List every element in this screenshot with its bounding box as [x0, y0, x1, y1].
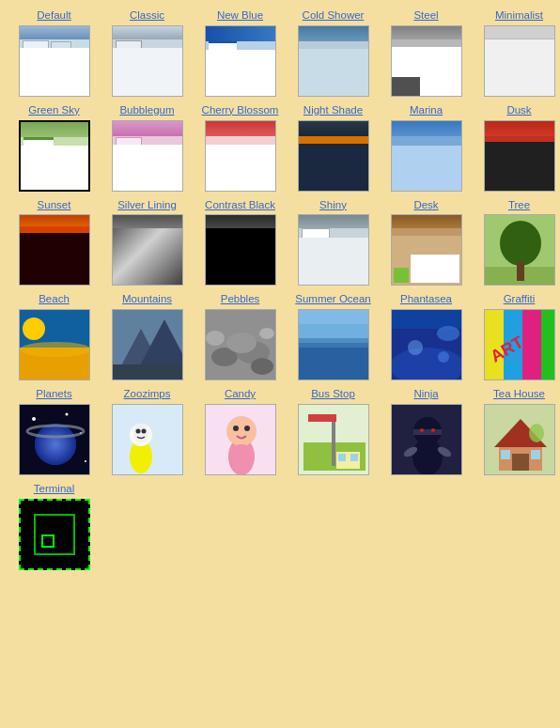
- theme-label-marina: Marina: [410, 104, 443, 117]
- theme-item-default[interactable]: Default: [9, 9, 99, 97]
- svg-point-77: [529, 424, 544, 442]
- theme-preview-night-shade: [298, 120, 369, 192]
- theme-item-classic[interactable]: Classic: [102, 9, 192, 97]
- svg-point-67: [420, 428, 424, 432]
- theme-preview-ninja: [391, 404, 462, 475]
- theme-item-pebbles[interactable]: Pebbles: [195, 293, 285, 380]
- svg-rect-62: [350, 454, 358, 461]
- svg-point-41: [85, 460, 86, 462]
- theme-item-green-sky[interactable]: Green Sky: [9, 104, 99, 192]
- theme-item-summer-ocean[interactable]: Summer Ocean: [288, 293, 378, 380]
- svg-rect-75: [501, 450, 510, 459]
- theme-preview-candy: [205, 404, 276, 475]
- theme-item-cold-shower[interactable]: Cold Shower: [288, 9, 378, 97]
- svg-point-38: [65, 412, 68, 415]
- theme-preview-green-sky: [19, 120, 90, 192]
- svg-point-43: [35, 424, 76, 465]
- theme-preview-bus-stop: [298, 404, 369, 475]
- theme-item-cherry-blossom[interactable]: Cherry Blossom: [195, 104, 285, 192]
- theme-label-silver-lining: Silver Lining: [117, 199, 177, 212]
- theme-item-shiny[interactable]: Shiny: [288, 199, 378, 287]
- theme-item-phantasea[interactable]: Phantasea: [381, 293, 471, 380]
- svg-point-49: [135, 428, 140, 433]
- svg-point-2: [500, 221, 541, 266]
- svg-rect-23: [299, 310, 369, 324]
- theme-preview-phantasea: [391, 309, 462, 380]
- theme-label-beach: Beach: [39, 293, 70, 306]
- theme-label-mountains: Mountains: [122, 293, 172, 306]
- theme-item-night-shade[interactable]: Night Shade: [288, 104, 378, 192]
- theme-preview-planets: [19, 404, 90, 475]
- theme-item-desk[interactable]: Desk: [381, 199, 471, 287]
- theme-label-shiny: Shiny: [319, 199, 347, 212]
- theme-item-zoozimps[interactable]: Zoozimps: [102, 388, 192, 475]
- theme-preview-pebbles: [205, 309, 276, 380]
- theme-item-steel[interactable]: Steel: [381, 9, 471, 97]
- svg-rect-61: [338, 454, 346, 461]
- svg-rect-21: [299, 343, 369, 380]
- theme-label-candy: Candy: [225, 388, 256, 401]
- svg-rect-11: [113, 364, 183, 380]
- svg-rect-3: [517, 262, 524, 281]
- svg-point-28: [438, 351, 449, 363]
- svg-rect-66: [413, 429, 442, 435]
- theme-label-sunset: Sunset: [38, 199, 71, 212]
- theme-label-ninja: Ninja: [413, 388, 438, 401]
- theme-item-candy[interactable]: Candy: [195, 388, 285, 475]
- theme-label-phantasea: Phantasea: [400, 293, 452, 306]
- theme-label-zoozimps: Zoozimps: [124, 388, 171, 401]
- theme-label-bus-stop: Bus Stop: [311, 388, 355, 401]
- theme-label-new-blue: New Blue: [217, 9, 263, 23]
- theme-label-cold-shower: Cold Shower: [303, 9, 365, 23]
- theme-preview-tree: [484, 214, 555, 286]
- theme-preview-marina: [391, 120, 462, 192]
- svg-point-55: [244, 426, 250, 431]
- svg-point-27: [408, 340, 423, 355]
- svg-rect-34: [541, 310, 555, 380]
- theme-item-tea-house[interactable]: Tea House: [474, 388, 560, 475]
- theme-item-planets[interactable]: Planets: [9, 388, 99, 475]
- theme-preview-tea-house: [484, 404, 555, 475]
- theme-label-dusk: Dusk: [506, 104, 531, 117]
- theme-preview-new-blue: [205, 25, 276, 97]
- theme-item-beach[interactable]: Beach: [9, 293, 99, 380]
- theme-label-desk: Desk: [413, 199, 438, 212]
- svg-point-16: [251, 358, 273, 375]
- theme-preview-terminal: [19, 499, 90, 570]
- theme-item-ninja[interactable]: Ninja: [381, 388, 471, 475]
- theme-preview-mountains: [112, 309, 183, 380]
- theme-item-marina[interactable]: Marina: [381, 104, 471, 192]
- theme-label-terminal: Terminal: [34, 483, 74, 496]
- theme-item-bus-stop[interactable]: Bus Stop: [288, 388, 378, 475]
- svg-point-48: [133, 424, 148, 442]
- theme-item-mountains[interactable]: Mountains: [102, 293, 192, 380]
- theme-item-graffiti[interactable]: Graffiti ART: [474, 293, 560, 380]
- theme-item-bubblegum[interactable]: Bubblegum: [102, 104, 192, 192]
- theme-item-dusk[interactable]: Dusk: [474, 104, 560, 192]
- theme-preview-silver-lining: [112, 214, 183, 286]
- theme-item-sunset[interactable]: Sunset: [9, 199, 99, 287]
- theme-preview-steel: [391, 25, 462, 97]
- svg-point-18: [259, 328, 274, 339]
- theme-preview-cold-shower: [298, 25, 369, 97]
- theme-preview-minimalist: [484, 25, 555, 97]
- theme-item-terminal[interactable]: Terminal: [9, 483, 99, 570]
- svg-point-17: [226, 333, 257, 353]
- theme-preview-bubblegum: [112, 120, 183, 192]
- svg-rect-58: [332, 419, 335, 466]
- theme-item-new-blue[interactable]: New Blue: [195, 9, 285, 97]
- svg-rect-74: [512, 454, 529, 471]
- theme-item-tree[interactable]: Tree: [474, 199, 560, 287]
- theme-preview-desk: [391, 214, 462, 286]
- theme-item-minimalist[interactable]: Minimalist: [474, 9, 560, 97]
- theme-item-contrast-black[interactable]: Contrast Black: [195, 199, 285, 287]
- theme-preview-shiny: [298, 214, 369, 286]
- svg-point-54: [233, 426, 239, 431]
- theme-item-silver-lining[interactable]: Silver Lining: [102, 199, 192, 287]
- theme-preview-dusk: [484, 120, 555, 192]
- svg-rect-59: [308, 414, 336, 422]
- theme-preview-beach: [19, 309, 90, 380]
- theme-preview-classic: [112, 25, 183, 97]
- theme-preview-zoozimps: [112, 404, 183, 475]
- theme-label-summer-ocean: Summer Ocean: [295, 293, 371, 306]
